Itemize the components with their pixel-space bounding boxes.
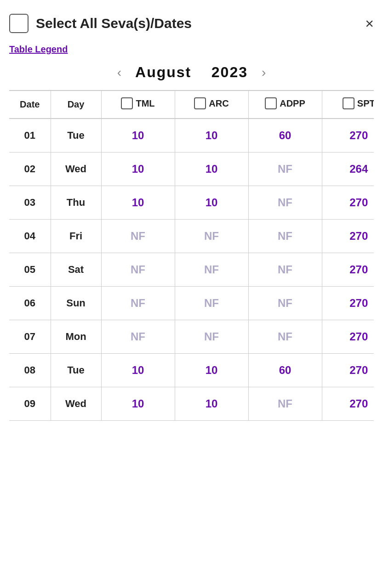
table-row[interactable]: 08Tue101060270 bbox=[9, 354, 374, 387]
cell-date: 09 bbox=[9, 387, 51, 421]
cell-date: 08 bbox=[9, 354, 51, 387]
cell-value[interactable]: NF bbox=[248, 186, 322, 220]
cell-value[interactable]: NF bbox=[101, 320, 175, 354]
close-button[interactable]: × bbox=[365, 16, 374, 31]
arc-checkbox[interactable] bbox=[194, 97, 206, 109]
cell-day: Tue bbox=[51, 119, 101, 153]
cell-date: 03 bbox=[9, 186, 51, 220]
col-header-arc[interactable]: ARC bbox=[175, 91, 248, 119]
table-row[interactable]: 05SatNFNFNF270 bbox=[9, 253, 374, 287]
cell-date: 07 bbox=[9, 320, 51, 354]
seva-table-wrapper[interactable]: Date Day TML ARC bbox=[9, 91, 374, 421]
tml-checkbox[interactable] bbox=[121, 97, 133, 109]
col-header-date: Date bbox=[9, 91, 51, 119]
cell-day: Wed bbox=[51, 153, 101, 186]
col-header-tml[interactable]: TML bbox=[101, 91, 175, 119]
table-row[interactable]: 02Wed1010NF264 bbox=[9, 153, 374, 186]
cell-date: 05 bbox=[9, 253, 51, 287]
cell-value[interactable]: 270 bbox=[322, 253, 374, 287]
cell-day: Sun bbox=[51, 287, 101, 320]
year-label: 2023 bbox=[212, 64, 248, 80]
cell-value[interactable]: NF bbox=[248, 253, 322, 287]
cell-date: 02 bbox=[9, 153, 51, 186]
cell-value[interactable]: 264 bbox=[322, 153, 374, 186]
cell-value[interactable]: 60 bbox=[248, 119, 322, 153]
cell-date: 04 bbox=[9, 220, 51, 253]
seva-table: Date Day TML ARC bbox=[9, 91, 374, 421]
cell-value[interactable]: NF bbox=[101, 253, 175, 287]
cell-value[interactable]: 10 bbox=[175, 119, 248, 153]
cell-date: 01 bbox=[9, 119, 51, 153]
header-left: Select All Seva(s)/Dates bbox=[9, 14, 192, 33]
cell-value[interactable]: 10 bbox=[175, 354, 248, 387]
cell-value[interactable]: NF bbox=[175, 253, 248, 287]
cell-value[interactable]: 10 bbox=[175, 387, 248, 421]
table-row[interactable]: 01Tue101060270 bbox=[9, 119, 374, 153]
cell-value[interactable]: NF bbox=[248, 387, 322, 421]
cell-value[interactable]: NF bbox=[175, 287, 248, 320]
col-header-day: Day bbox=[51, 91, 101, 119]
cell-value[interactable]: 10 bbox=[101, 387, 175, 421]
cell-value[interactable]: NF bbox=[175, 220, 248, 253]
cell-value[interactable]: NF bbox=[248, 153, 322, 186]
cell-value[interactable]: 270 bbox=[322, 220, 374, 253]
table-body: 01Tue10106027002Wed1010NF26403Thu1010NF2… bbox=[9, 119, 374, 421]
cell-value[interactable]: NF bbox=[248, 287, 322, 320]
month-navigation: ‹ August 2023 › bbox=[9, 64, 374, 81]
cell-value[interactable]: 60 bbox=[248, 354, 322, 387]
col-header-spt[interactable]: SPT bbox=[322, 91, 374, 119]
cell-date: 06 bbox=[9, 287, 51, 320]
cell-day: Tue bbox=[51, 354, 101, 387]
col-header-adpp[interactable]: ADPP bbox=[248, 91, 322, 119]
table-row[interactable]: 09Wed1010NF270 bbox=[9, 387, 374, 421]
cell-value[interactable]: 10 bbox=[101, 119, 175, 153]
cell-value[interactable]: NF bbox=[101, 220, 175, 253]
cell-value[interactable]: 10 bbox=[101, 354, 175, 387]
cell-value[interactable]: 10 bbox=[175, 153, 248, 186]
header-row: Select All Seva(s)/Dates × bbox=[9, 14, 374, 33]
modal-container: Select All Seva(s)/Dates × Table Legend … bbox=[0, 0, 383, 421]
cell-day: Fri bbox=[51, 220, 101, 253]
cell-day: Mon bbox=[51, 320, 101, 354]
cell-day: Sat bbox=[51, 253, 101, 287]
cell-value[interactable]: 270 bbox=[322, 354, 374, 387]
cell-value[interactable]: 10 bbox=[101, 186, 175, 220]
table-row[interactable]: 06SunNFNFNF270 bbox=[9, 287, 374, 320]
cell-day: Thu bbox=[51, 186, 101, 220]
cell-value[interactable]: 270 bbox=[322, 387, 374, 421]
table-row[interactable]: 07MonNFNFNF270 bbox=[9, 320, 374, 354]
cell-value[interactable]: 270 bbox=[322, 186, 374, 220]
cell-day: Wed bbox=[51, 387, 101, 421]
prev-month-button[interactable]: ‹ bbox=[117, 65, 121, 80]
cell-value[interactable]: NF bbox=[248, 220, 322, 253]
table-header-row: Date Day TML ARC bbox=[9, 91, 374, 119]
adpp-checkbox[interactable] bbox=[265, 97, 277, 109]
month-year-display: August 2023 bbox=[135, 64, 248, 81]
table-row[interactable]: 04FriNFNFNF270 bbox=[9, 220, 374, 253]
cell-value[interactable]: 270 bbox=[322, 287, 374, 320]
cell-value[interactable]: 10 bbox=[101, 153, 175, 186]
month-label: August bbox=[135, 64, 191, 80]
cell-value[interactable]: 270 bbox=[322, 320, 374, 354]
cell-value[interactable]: 10 bbox=[175, 186, 248, 220]
cell-value[interactable]: NF bbox=[101, 287, 175, 320]
select-all-checkbox[interactable] bbox=[9, 14, 29, 33]
next-month-button[interactable]: › bbox=[262, 65, 266, 80]
modal-title: Select All Seva(s)/Dates bbox=[36, 16, 192, 31]
table-row[interactable]: 03Thu1010NF270 bbox=[9, 186, 374, 220]
table-legend-link[interactable]: Table Legend bbox=[9, 44, 68, 55]
cell-value[interactable]: 270 bbox=[322, 119, 374, 153]
spt-checkbox[interactable] bbox=[343, 97, 354, 109]
cell-value[interactable]: NF bbox=[248, 320, 322, 354]
cell-value[interactable]: NF bbox=[175, 320, 248, 354]
